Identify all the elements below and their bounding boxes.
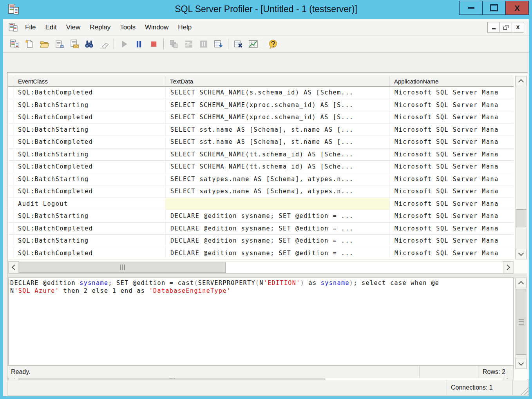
trace-row[interactable]: SQL:BatchStartingSELECT SCHEMA_NAME(xpro… [8,99,514,112]
cell-textdata: SELECT satypes.name AS [Schema], atypes.… [165,185,389,198]
trace-row[interactable]: Audit LogoutMicrosoft SQL Server Mana [8,198,514,210]
trace-row[interactable]: SQL:BatchCompletedSELECT SCHEMA_NAME(s.s… [8,87,514,99]
menu-file[interactable]: File [20,22,40,33]
scroll-left-button[interactable] [9,261,19,273]
clear-window-icon[interactable] [231,37,246,51]
mdi-close-button[interactable]: x [512,22,524,33]
cell-applicationname: Microsoft SQL Server Mana [389,173,514,185]
trace-row[interactable]: SQL:BatchStartingSELECT sst.name AS [Sch… [8,124,514,136]
scroll-right-button[interactable] [503,261,513,273]
trace-row[interactable]: SQL:BatchStartingDECLARE @edition sysnam… [8,210,514,223]
header-applicationname[interactable]: ApplicationName [389,76,514,86]
resize-grip-icon [518,385,528,395]
detail-vertical-scrollbar[interactable] [515,277,527,369]
trace-row[interactable]: SQL:BatchStartingSELECT satypes.name AS … [8,173,514,186]
trace-row[interactable]: SQL:BatchCompletedDECLARE @edition sysna… [8,247,514,260]
detail-text[interactable]: DECLARE @edition sysname; SET @edition =… [8,277,514,369]
trace-window-icon [8,22,18,33]
grid-horizontal-scrollbar[interactable] [8,261,514,274]
trace-grid-body: SQL:BatchCompletedSELECT SCHEMA_NAME(s.s… [8,87,514,259]
chevron-right-icon [505,265,510,270]
menu-window[interactable]: Window [140,22,173,33]
row-selector [8,149,13,161]
cell-applicationname: Microsoft SQL Server Mana [389,136,514,148]
cell-applicationname: Microsoft SQL Server Mana [389,111,514,123]
stop-replay-icon[interactable] [146,37,161,51]
scroll-up-button[interactable] [516,278,527,288]
title-bar[interactable]: SQL Server Profiler - [Untitled - 1 (tes… [0,0,532,19]
app-status-bar: Connections: 1 [7,380,529,395]
chevron-up-icon [518,281,524,287]
scroll-up-button[interactable] [516,76,527,86]
trace-row[interactable]: SQL:BatchCompletedDECLARE @edition sysna… [8,223,514,235]
cell-eventclass: SQL:BatchCompleted [13,136,165,148]
menu-view[interactable]: View [62,22,85,33]
chevron-down-icon [518,250,524,256]
cell-eventclass: SQL:BatchCompleted [13,111,165,123]
trace-row[interactable]: SQL:BatchCompletedSELECT satypes.name AS… [8,185,514,198]
grouped-view-icon[interactable] [181,37,196,51]
trace-row[interactable]: SQL:BatchCompletedSELECT SCHEMA_NAME(xpr… [8,111,514,124]
start-replay-icon[interactable] [116,37,131,51]
trace-row[interactable]: SQL:BatchCompletedSELECT SCHEMA_NAME(tt.… [8,161,514,173]
row-selector [8,99,13,111]
row-selector [8,136,13,148]
save-trace-icon[interactable] [52,37,67,51]
trace-row[interactable]: SQL:BatchCompletedSELECT sst.name AS [Sc… [8,136,514,149]
cell-eventclass: Audit Logout [13,198,165,210]
minimize-button[interactable] [459,1,483,15]
cell-eventclass: SQL:BatchStarting [13,124,165,136]
row-selector [8,87,13,99]
new-trace-icon[interactable] [7,37,22,51]
find-icon[interactable] [81,37,96,51]
scroll-grip-icon [120,265,125,270]
trace-properties-icon[interactable] [67,37,81,51]
cell-textdata: SELECT SCHEMA_NAME(xproc.schema_id) AS [… [165,99,389,111]
mdi-close-icon: x [516,24,520,30]
grid-header: EventClass TextData ApplicationName [8,76,514,87]
toolbar-separator [163,38,164,49]
aggregated-view-icon[interactable] [196,37,211,51]
performance-counters-icon[interactable] [246,37,261,51]
open-trace-icon[interactable] [37,37,52,51]
cell-textdata [165,198,389,210]
cell-textdata: DECLARE @edition sysname; SET @edition =… [165,210,389,222]
status-connections: Connections: 1 [447,380,513,395]
menu-replay[interactable]: Replay [85,22,115,33]
trace-row[interactable]: SQL:BatchStartingSELECT SCHEMA_NAME(tt.s… [8,149,514,161]
menu-help[interactable]: Help [173,22,196,33]
scroll-down-button[interactable] [516,249,527,259]
row-selector [8,124,13,136]
pause-replay-icon[interactable] [131,37,146,51]
grid-vertical-scrollbar[interactable] [515,76,527,259]
cell-eventclass: SQL:BatchCompleted [13,161,165,173]
chevron-down-icon [518,360,524,366]
grid-hscroll-thumb[interactable] [19,262,226,273]
detail-vscroll-thumb[interactable] [516,289,526,355]
resize-grip[interactable] [513,380,528,395]
mdi-restore-button[interactable] [499,22,512,33]
menu-edit[interactable]: Edit [40,22,61,33]
auto-scroll-icon[interactable] [211,37,226,51]
maximize-icon [490,4,498,11]
header-textdata[interactable]: TextData [165,76,389,86]
help-icon[interactable] [266,37,280,51]
cell-textdata: DECLARE @edition sysname; SET @edition =… [165,223,389,235]
trace-row[interactable]: SQL:BatchStartingDECLARE @edition sysnam… [8,235,514,247]
scroll-down-button[interactable] [516,359,527,369]
mdi-minimize-button[interactable] [487,22,500,33]
window-title: SQL Server Profiler - [Untitled - 1 (tes… [0,4,532,15]
new-file-icon[interactable] [22,37,37,51]
menu-tools[interactable]: Tools [115,22,140,33]
maximize-button[interactable] [482,1,506,15]
cell-eventclass: SQL:BatchStarting [13,210,165,222]
close-button[interactable]: X [505,1,529,15]
header-eventclass[interactable]: EventClass [13,76,165,86]
organize-columns-icon[interactable] [166,37,181,51]
cell-textdata: SELECT SCHEMA_NAME(tt.schema_id) AS [Sch… [165,149,389,161]
trace-status-bar: Ready. Rows: 2 [7,365,513,378]
grid-vscroll-thumb[interactable] [516,209,526,227]
clear-trace-icon[interactable] [96,37,111,51]
row-selector [8,235,13,247]
cell-applicationname: Microsoft SQL Server Mana [389,223,514,235]
